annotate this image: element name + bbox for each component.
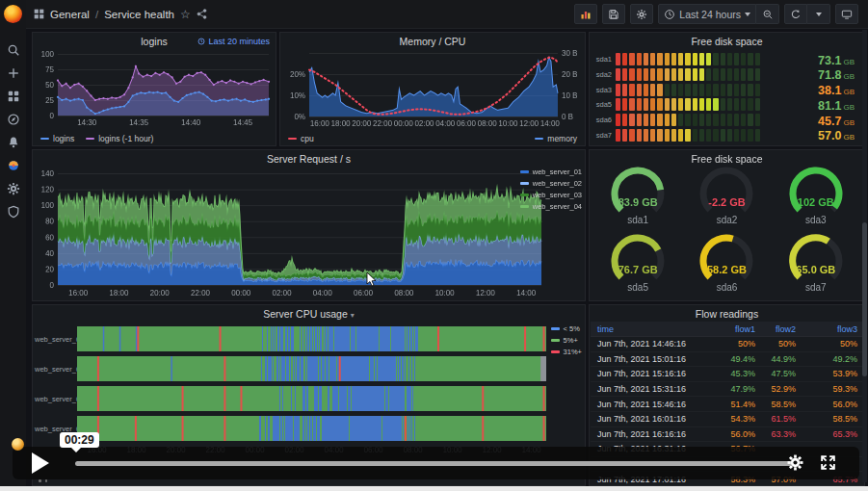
gauge-sda7[interactable]: 65.0 GBsda7: [772, 234, 860, 301]
panel-time-range[interactable]: Last 20 minutes: [197, 37, 270, 46]
cell-flow1: 51.4%: [699, 400, 755, 409]
configuration-gear-icon[interactable]: [6, 181, 20, 195]
refresh-button[interactable]: [784, 4, 807, 24]
cell-time: Jun 7th, 2021 15:46:16: [591, 400, 699, 409]
logins-legend: loginslogins (-1 hour): [40, 134, 153, 143]
explore-compass-icon[interactable]: [6, 112, 20, 126]
disk-bar-cells[interactable]: [616, 84, 760, 96]
breadcrumb-section[interactable]: General: [50, 9, 90, 20]
sidebar-nav: [0, 42, 26, 219]
legend-swatch: [86, 138, 94, 141]
screen: General / Service health ☆: [0, 0, 868, 491]
legend-item-5[interactable]: 5%+: [551, 336, 582, 345]
disk-bar-row: sda757.0GB: [593, 129, 860, 142]
gauge-label: sda7: [772, 282, 860, 293]
legend-item-31[interactable]: 31%+: [551, 348, 582, 356]
panel-server-requests: Server Request / s web_server_01web_serv…: [32, 149, 586, 301]
cycle-view-button[interactable]: [835, 4, 858, 24]
refresh-interval-button[interactable]: [807, 4, 830, 24]
cell-time: Jun 7th, 2021 15:31:16: [591, 384, 699, 394]
star-icon[interactable]: ☆: [180, 8, 191, 21]
breadcrumb-page[interactable]: Service health: [104, 9, 174, 20]
share-icon[interactable]: [197, 9, 207, 19]
gauge-sda6[interactable]: 58.2 GBsda6: [682, 234, 771, 301]
table-row: Jun 7th, 2021 14:46:1650%50%50%: [591, 337, 863, 352]
legend-item-cpu[interactable]: cpu: [288, 134, 314, 143]
alerting-bell-icon[interactable]: [6, 135, 20, 149]
column-header-time[interactable]: time: [591, 324, 699, 334]
gauge-sda5[interactable]: 76.7 GBsda5: [593, 234, 682, 301]
dashboard-settings-button[interactable]: [630, 4, 653, 24]
sidebar: [0, 0, 26, 486]
cell-flow3: 59.3%: [796, 384, 863, 394]
column-header-flow1[interactable]: flow1: [699, 324, 755, 334]
video-frame[interactable]: General / Service health ☆: [0, 0, 868, 486]
cpu-usage-legend: < 5%5%+31%+: [551, 324, 582, 356]
add-panel-button[interactable]: [574, 4, 597, 24]
time-range-picker[interactable]: Last 24 hours: [658, 4, 756, 24]
plus-icon[interactable]: [6, 65, 20, 80]
legend-label: cpu: [301, 134, 314, 143]
panel-menu-caret-icon[interactable]: ▾: [351, 311, 355, 320]
plugin-app-icon[interactable]: [6, 158, 20, 172]
panel-title[interactable]: Free disk space: [590, 153, 864, 165]
video-controls-bar: [13, 447, 859, 479]
gauge-label: sda1: [593, 215, 682, 225]
zoom-out-button[interactable]: [756, 4, 779, 24]
refresh-controls: [784, 4, 830, 24]
disk-bar-cells[interactable]: [616, 98, 760, 111]
legend-swatch: [551, 339, 560, 342]
video-progress-bar[interactable]: [75, 461, 792, 466]
logins-chart[interactable]: [37, 49, 274, 128]
disk-bar-cells[interactable]: [616, 53, 760, 65]
legend-item-logins (-1 hour)[interactable]: logins (-1 hour): [86, 134, 153, 143]
legend-item-web_server_01[interactable]: web_server_01: [520, 168, 582, 176]
legend-item-logins[interactable]: logins: [40, 134, 74, 143]
gauge-sda3[interactable]: 102 GBsda3: [772, 167, 860, 234]
cell-flow2: 50%: [755, 339, 796, 349]
server-admin-shield-icon[interactable]: [6, 204, 20, 219]
legend-item-web_server_04[interactable]: web_server_04: [520, 202, 582, 211]
cell-flow2: 44.9%: [755, 354, 796, 364]
video-settings-gear-icon[interactable]: [787, 454, 803, 471]
search-icon[interactable]: [6, 42, 20, 57]
scrollbar[interactable]: [862, 30, 867, 482]
disk-bar-cells[interactable]: [616, 129, 760, 142]
disk-bar-label: sda7: [593, 131, 616, 140]
save-dashboard-button[interactable]: [602, 4, 625, 24]
table-row: Jun 7th, 2021 16:01:1654.3%61.5%58.5%: [591, 412, 863, 427]
panel-title[interactable]: Memory / CPU: [280, 36, 585, 47]
gauge-sda2[interactable]: -2.2 GBsda2: [682, 167, 771, 234]
server-requests-chart[interactable]: [37, 168, 545, 298]
legend-item-web_server_02[interactable]: web_server_02: [520, 179, 582, 188]
panel-title[interactable]: Free disk space: [590, 36, 864, 47]
disk-bar-label: sda6: [593, 116, 616, 124]
disk-bar-row: sda173.1GB: [593, 53, 860, 65]
column-header-flow2[interactable]: flow2: [755, 324, 796, 334]
grafana-logo-icon[interactable]: [4, 5, 22, 23]
panel-title[interactable]: Server Request / s: [33, 153, 585, 165]
panel-time-range-label: Last 20 minutes: [208, 37, 270, 46]
scrollbar-thumb[interactable]: [862, 222, 867, 376]
cpu-usage-timeline[interactable]: [77, 324, 546, 464]
disk-bar-gauge: sda173.1GBsda271.8GBsda338.1GBsda581.1GB…: [593, 53, 860, 142]
disk-bar-cells[interactable]: [616, 114, 760, 126]
legend-item-web_server_03[interactable]: web_server_03: [520, 191, 582, 199]
cell-flow3: 56.0%: [796, 400, 863, 409]
disk-bar-cells[interactable]: [616, 68, 760, 81]
column-header-flow3[interactable]: flow3: [796, 324, 863, 334]
memory-cpu-chart[interactable]: [284, 48, 583, 129]
panel-title[interactable]: Server CPU usage ▾: [33, 308, 585, 320]
cell-flow1: 50%: [699, 339, 755, 349]
gauge-sda1[interactable]: 83.9 GBsda1: [593, 167, 682, 234]
play-button[interactable]: [32, 452, 49, 474]
timeline-row-label: web_server_02: [35, 365, 75, 374]
legend-item-memory[interactable]: memory: [535, 134, 577, 143]
gauge-value: 58.2 GB: [682, 264, 771, 275]
nav-actions: Last 24 hours: [574, 4, 858, 24]
panel-title[interactable]: Flow readings: [590, 308, 864, 320]
legend-label: web_server_03: [533, 191, 582, 199]
dashboards-icon[interactable]: [6, 89, 20, 103]
legend-item-5[interactable]: < 5%: [551, 324, 582, 333]
fullscreen-icon[interactable]: [820, 454, 836, 471]
